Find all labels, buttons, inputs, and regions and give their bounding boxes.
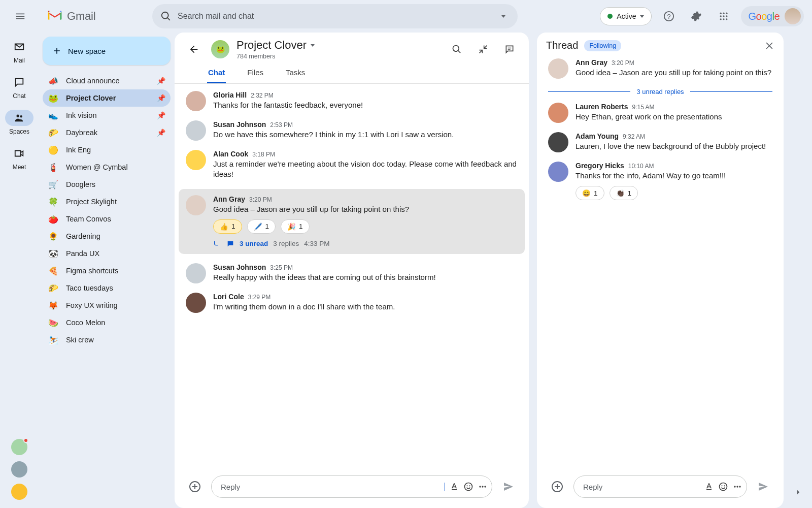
reaction-chip[interactable]: 😄 1: [576, 186, 604, 200]
space-emoji-icon: 🍉: [48, 318, 59, 328]
space-label: Daybreak: [66, 129, 97, 137]
message[interactable]: Susan Johnson3:25 PM Really happy with t…: [186, 263, 518, 283]
space-item[interactable]: 🍉 Coco Melon: [43, 314, 171, 331]
attach-button[interactable]: [548, 478, 566, 496]
meet-icon: [14, 148, 25, 159]
message[interactable]: Lori Cole3:29 PM I'm writing them down i…: [186, 293, 518, 313]
send-button[interactable]: [499, 478, 518, 496]
user-avatar: [548, 58, 568, 79]
side-panel-collapse-button[interactable]: [794, 488, 803, 497]
search-input[interactable]: [178, 12, 487, 21]
rail-avatar[interactable]: [11, 484, 27, 500]
close-thread-button[interactable]: [764, 41, 774, 51]
message[interactable]: Lauren Roberts9:15 AM Hey Ethan, great w…: [548, 103, 772, 123]
space-item[interactable]: 🌮 Daybreak 📌: [43, 124, 171, 141]
message[interactable]: Adam Young9:32 AM Lauren, I love the new…: [548, 132, 772, 152]
space-item[interactable]: 🦊 Foxy UX writing: [43, 297, 171, 314]
emoji-button[interactable]: [463, 482, 473, 492]
message[interactable]: Gregory Hicks10:10 AM Thanks for the inf…: [548, 162, 772, 200]
svg-point-10: [726, 18, 728, 20]
chat-messages[interactable]: Gloria Hill2:32 PM Thanks for the fantas…: [175, 84, 529, 470]
message[interactable]: Susan Johnson2:53 PM Do we have this som…: [186, 120, 518, 141]
rail-spaces[interactable]: Spaces: [0, 106, 39, 139]
space-subtitle: 784 members: [236, 53, 315, 60]
brand[interactable]: Gmail: [37, 8, 148, 24]
space-item[interactable]: 🧯 Women @ Cymbal: [43, 158, 171, 176]
svg-point-2: [720, 13, 722, 14]
main-menu-button[interactable]: [8, 4, 32, 28]
search-dropdown-button[interactable]: [493, 6, 514, 26]
thread-summary[interactable]: 3 unread 3 replies 4:33 PM: [213, 240, 518, 248]
reply-box[interactable]: [573, 475, 747, 498]
reaction-chip[interactable]: 👏🏿 1: [610, 186, 638, 200]
reaction-chip[interactable]: 👍 1: [213, 219, 242, 234]
sender-name: Adam Young: [576, 132, 619, 140]
more-button[interactable]: [478, 482, 488, 492]
message[interactable]: Ann Gray3:20 PM Good idea – Jason are yo…: [179, 189, 525, 254]
sender-name: Alan Cook: [213, 150, 248, 158]
space-label: Women @ Cymbal: [66, 163, 128, 171]
space-item[interactable]: ⛷️ Ski crew: [43, 331, 171, 348]
space-emoji-icon: 🟡: [48, 145, 59, 155]
space-item[interactable]: 🐸 Project Clover 📌: [43, 89, 171, 107]
follow-chip[interactable]: Following: [584, 40, 621, 51]
space-item[interactable]: 🟡 Ink Eng: [43, 141, 171, 158]
format-button[interactable]: [449, 482, 459, 492]
user-avatar: [186, 195, 206, 215]
chevron-down-icon[interactable]: [311, 44, 315, 47]
attach-button[interactable]: [186, 478, 204, 496]
more-button[interactable]: [732, 482, 742, 492]
plus-icon: [52, 46, 62, 56]
reply-input[interactable]: [583, 483, 700, 491]
plus-circle-icon: [551, 481, 563, 493]
send-button[interactable]: [754, 478, 772, 496]
rail-meet[interactable]: Meet: [0, 141, 39, 175]
reply-box[interactable]: [211, 475, 492, 498]
space-item[interactable]: 📣 Cloud announce 📌: [43, 72, 171, 89]
sender-name: Gloria Hill: [213, 91, 247, 99]
apps-button[interactable]: [714, 6, 734, 26]
help-button[interactable]: ?: [659, 6, 679, 26]
rail-mail[interactable]: Mail: [0, 35, 39, 68]
message-time: 3:25 PM: [270, 264, 293, 271]
back-button[interactable]: [184, 39, 204, 59]
space-item[interactable]: 🍅 Team Convos: [43, 210, 171, 228]
new-space-button[interactable]: New space: [43, 37, 171, 65]
reply-input[interactable]: [221, 483, 445, 491]
space-item[interactable]: 👟 Ink vision 📌: [43, 107, 171, 124]
svg-point-26: [739, 486, 740, 487]
tab-tasks[interactable]: Tasks: [285, 63, 306, 83]
space-item[interactable]: 🐼 Panda UX: [43, 245, 171, 262]
user-avatar: [186, 91, 206, 111]
chat-search-button[interactable]: [447, 39, 467, 59]
message[interactable]: Gloria Hill2:32 PM Thanks for the fantas…: [186, 91, 518, 111]
message[interactable]: Ann Gray3:20 PM Good idea – Jason are yo…: [548, 58, 772, 79]
spaces-icon: [14, 112, 25, 123]
format-button[interactable]: [704, 482, 714, 492]
thread-messages[interactable]: Ann Gray3:20 PM Good idea – Jason are yo…: [537, 54, 784, 470]
reaction-chip[interactable]: 🖊️ 1: [247, 219, 276, 234]
tab-chat[interactable]: Chat: [207, 63, 226, 83]
space-item[interactable]: 🍀 Project Skylight: [43, 193, 171, 210]
space-emoji-icon: 🐼: [48, 249, 59, 259]
open-thread-button[interactable]: [499, 39, 520, 59]
collapse-button[interactable]: [473, 39, 493, 59]
account-avatar[interactable]: [785, 8, 801, 24]
search-bar[interactable]: [152, 4, 518, 28]
status-dot-icon: [607, 14, 613, 19]
message-time: 3:29 PM: [248, 294, 271, 301]
reaction-chip[interactable]: 🎉 1: [281, 219, 310, 234]
tab-files[interactable]: Files: [246, 63, 264, 83]
space-item[interactable]: 🛒 Dooglers: [43, 176, 171, 193]
space-item[interactable]: 🌻 Gardening: [43, 228, 171, 245]
emoji-button[interactable]: [718, 482, 728, 492]
message[interactable]: Alan Cook3:18 PM Just a reminder we're m…: [186, 150, 518, 180]
status-chip[interactable]: Active: [600, 7, 652, 25]
space-item[interactable]: 🌮 Taco tuesdays: [43, 279, 171, 297]
settings-button[interactable]: [686, 6, 706, 26]
space-item[interactable]: 🍕 Figma shortcuts: [43, 262, 171, 279]
rail-chat[interactable]: Chat: [0, 70, 39, 104]
rail-avatar[interactable]: [11, 461, 27, 478]
rail-avatar[interactable]: [11, 439, 27, 455]
account-chip[interactable]: Google: [741, 6, 804, 26]
